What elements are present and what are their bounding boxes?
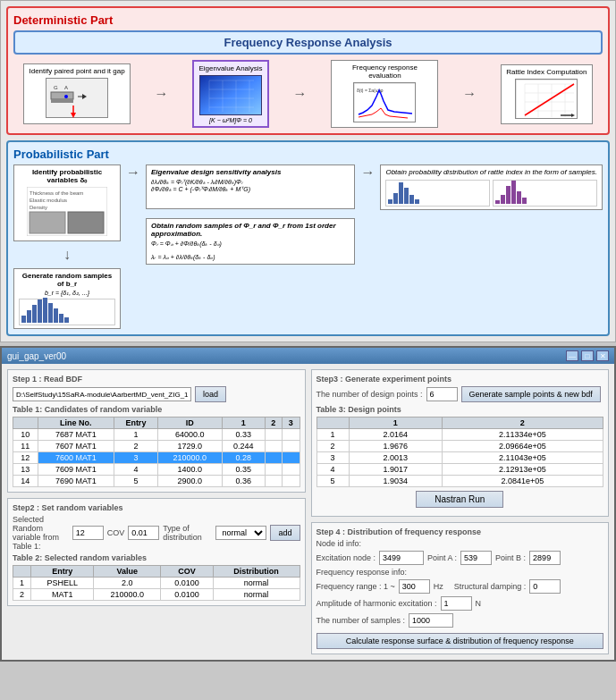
det-box-eigenvalue-label: Eigenvalue Analysis bbox=[198, 64, 262, 72]
calc-response-button[interactable]: Calculate response surface & distributio… bbox=[316, 633, 604, 649]
t1-idx: 13 bbox=[13, 464, 38, 476]
t3-col-2: 2 bbox=[442, 417, 603, 429]
window-titlebar: gui_gap_ver00 — □ ✕ bbox=[2, 348, 614, 364]
table-row: 12 7600 MAT1 3 210000.0 0.28 bbox=[13, 452, 300, 464]
t1-lineno: 7607 MAT1 bbox=[38, 441, 114, 452]
hist-bar bbox=[404, 188, 409, 204]
table-row: 2 MAT1 210000.0 0.0100 normal bbox=[13, 589, 300, 601]
arrow-right-1: → bbox=[126, 164, 140, 181]
t1-lineno: 7609 MAT1 bbox=[38, 464, 114, 476]
random-samples-box: Obtain random samples of Φ_r and Φ_r fro… bbox=[146, 218, 355, 265]
prob-title: Probabilistic Part bbox=[13, 148, 603, 161]
num-samples-row: The number of samples : bbox=[316, 613, 604, 628]
prob-generate-content: b_r = {δ₁, δ₂, ...} bbox=[19, 290, 115, 325]
t2-cov: 0.0100 bbox=[161, 589, 213, 601]
t1-entry: 5 bbox=[114, 476, 158, 487]
hist-bar bbox=[501, 195, 505, 204]
rattle-visual bbox=[515, 79, 578, 119]
cov-input[interactable] bbox=[128, 526, 159, 540]
gui-window: gui_gap_ver00 — □ ✕ Step 1 : Read BDF lo… bbox=[0, 346, 616, 662]
t3-val2: 2.11334e+05 bbox=[442, 429, 603, 441]
t1-col-lineno: Line No. bbox=[38, 417, 114, 429]
t2-col-cov: COV bbox=[161, 566, 213, 578]
table-row: 5 1.9034 2.0841e+05 bbox=[316, 476, 603, 487]
prob-distribution-charts bbox=[385, 180, 597, 207]
selected-var-input[interactable] bbox=[72, 526, 104, 540]
step2-label: Step2 : Set random variables bbox=[13, 503, 300, 512]
excitation-node-input[interactable] bbox=[379, 551, 424, 565]
num-samples-input[interactable] bbox=[409, 613, 453, 628]
point-a-input[interactable] bbox=[460, 551, 492, 565]
t1-id: 2900.0 bbox=[157, 476, 222, 487]
prob-middle-col: Eigenvalue design sensitivity analysis ∂… bbox=[146, 164, 355, 265]
det-box-gap: Identify paired point and it gap G A bbox=[23, 63, 130, 124]
deterministic-title: Deterministic Part bbox=[13, 13, 603, 27]
hist-bar bbox=[38, 299, 42, 323]
svg-text:G: G bbox=[54, 85, 58, 90]
step1-label: Step 1 : Read BDF bbox=[13, 375, 300, 384]
table1-container[interactable]: Line No. Entry ID 1 2 3 10 7687 bbox=[13, 417, 300, 487]
nastran-run-button[interactable]: Nastran Run bbox=[416, 491, 503, 508]
hist-bar bbox=[393, 193, 398, 204]
add-button[interactable]: add bbox=[270, 525, 300, 541]
svg-marker-3 bbox=[82, 94, 87, 99]
t1-entry: 1 bbox=[114, 429, 158, 441]
mini-histogram bbox=[19, 299, 115, 325]
step3-design-row: The number of design points : Generate s… bbox=[316, 386, 604, 402]
t1-lineno: 7687 MAT1 bbox=[38, 429, 114, 441]
step3-section: Step3 : Generate experiment points The n… bbox=[311, 369, 610, 517]
struct-damping-input[interactable] bbox=[529, 579, 561, 594]
close-button[interactable]: ✕ bbox=[596, 350, 609, 361]
prob-right-col: Obtain probability distribution of rattl… bbox=[380, 164, 603, 210]
t1-entry: 2 bbox=[114, 441, 158, 452]
svg-marker-5 bbox=[71, 113, 76, 118]
t1-idx: 14 bbox=[13, 476, 38, 487]
table3-container[interactable]: 1 2 1 2.0164 2.11334e+05 2 bbox=[316, 417, 604, 487]
point-b-input[interactable] bbox=[529, 551, 561, 565]
file-path-input[interactable] bbox=[13, 387, 191, 401]
svg-text:Elastic modulus: Elastic modulus bbox=[30, 198, 67, 203]
t2-dist: normal bbox=[213, 578, 300, 589]
hist-bar bbox=[495, 200, 500, 204]
det-box-response-label: Frequency response evaluation bbox=[336, 63, 433, 80]
t2-value: 2.0 bbox=[94, 578, 161, 589]
svg-rect-36 bbox=[30, 212, 65, 233]
amplitude-row: Amplitude of harmonic excitation : N bbox=[316, 596, 604, 611]
freq-range-input[interactable] bbox=[399, 579, 430, 594]
maximize-button[interactable]: □ bbox=[581, 350, 594, 361]
deterministic-part: Deterministic Part Frequency Response An… bbox=[6, 6, 610, 135]
svg-text:Density: Density bbox=[30, 205, 47, 210]
svg-point-8 bbox=[64, 95, 68, 98]
t3-val1: 1.9676 bbox=[349, 441, 442, 452]
freq-response-label: Frequency response info: bbox=[316, 568, 408, 577]
dist-type-select[interactable]: normal uniform bbox=[215, 526, 266, 540]
minimize-button[interactable]: — bbox=[566, 350, 578, 361]
eigenvalue-sensitivity-box: Eigenvalue design sensitivity analysis ∂… bbox=[146, 164, 355, 209]
num-design-input[interactable] bbox=[426, 387, 458, 401]
gen-sample-button[interactable]: Generate sample points & new bdf bbox=[461, 386, 601, 402]
prob-identify-content: Thickness of the beam Elastic modulus De… bbox=[19, 187, 115, 238]
response-visual: δ(t) = Σa(ω)φ bbox=[353, 82, 416, 122]
window-controls: — □ ✕ bbox=[566, 350, 609, 361]
svg-rect-9 bbox=[200, 76, 262, 115]
t3-idx: 5 bbox=[316, 476, 349, 487]
t1-col-id: ID bbox=[157, 417, 222, 429]
t2-cov: 0.0100 bbox=[161, 578, 213, 589]
det-box-rattle: Rattle Index Computation bbox=[501, 64, 592, 124]
step1-file-row: load bbox=[13, 386, 300, 402]
load-button[interactable]: load bbox=[195, 386, 226, 402]
t2-col-idx bbox=[13, 566, 31, 578]
table-row: 3 2.0013 2.11043e+05 bbox=[316, 452, 603, 464]
t1-val3-selected bbox=[283, 452, 300, 464]
sensitivity-formula: ∂λᵢ/∂θₖ = Φᵢᵀ(∂K/∂θₖ - λᵢ∂M/∂θₖ)Φᵢ ∂Φᵢ/∂… bbox=[151, 179, 350, 193]
svg-rect-0 bbox=[51, 92, 73, 99]
arrow-1: → bbox=[155, 86, 169, 102]
table-row: 13 7609 MAT1 4 1400.0 0.35 bbox=[13, 464, 300, 476]
hist-bar bbox=[59, 314, 63, 323]
prob-flow: Identify probabilistic variables δ₀ Thic… bbox=[13, 164, 603, 329]
excitation-label: Excitation node : bbox=[316, 553, 376, 562]
amplitude-label: Amplitude of harmonic excitation : bbox=[316, 599, 437, 608]
amplitude-input[interactable] bbox=[441, 596, 472, 611]
node-info-row: Node id info: bbox=[316, 539, 604, 548]
t3-idx: 4 bbox=[316, 464, 349, 476]
